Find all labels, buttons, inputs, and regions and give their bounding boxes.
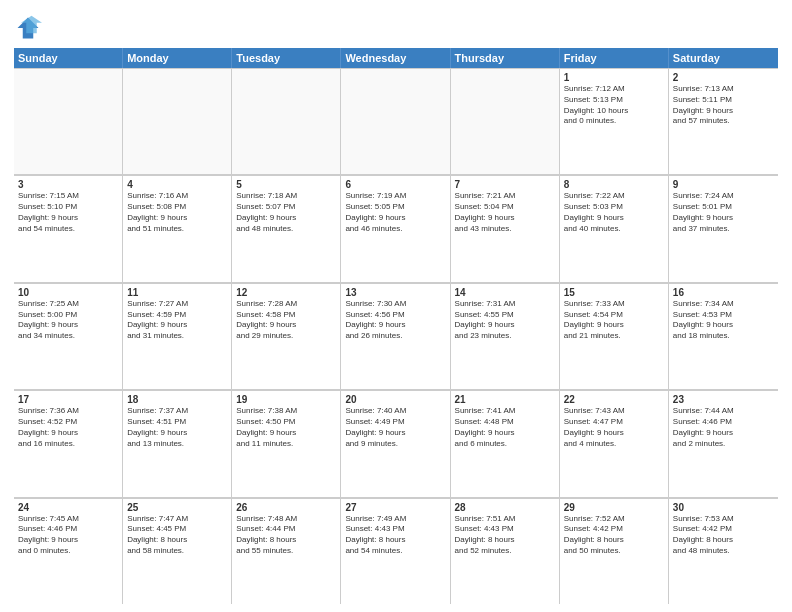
calendar: SundayMondayTuesdayWednesdayThursdayFrid… [14, 48, 778, 604]
calendar-cell: 2Sunrise: 7:13 AMSunset: 5:11 PMDaylight… [669, 68, 778, 174]
calendar-row-3: 17Sunrise: 7:36 AMSunset: 4:52 PMDayligh… [14, 390, 778, 497]
cell-info: Sunrise: 7:15 AMSunset: 5:10 PMDaylight:… [18, 191, 118, 234]
weekday-header-wednesday: Wednesday [341, 48, 450, 68]
cell-info: Sunrise: 7:27 AMSunset: 4:59 PMDaylight:… [127, 299, 227, 342]
cell-info: Sunrise: 7:12 AMSunset: 5:13 PMDaylight:… [564, 84, 664, 127]
calendar-cell [232, 68, 341, 174]
calendar-cell [14, 68, 123, 174]
cell-info: Sunrise: 7:13 AMSunset: 5:11 PMDaylight:… [673, 84, 774, 127]
calendar-cell: 15Sunrise: 7:33 AMSunset: 4:54 PMDayligh… [560, 283, 669, 389]
calendar-cell: 7Sunrise: 7:21 AMSunset: 5:04 PMDaylight… [451, 175, 560, 281]
calendar-cell: 4Sunrise: 7:16 AMSunset: 5:08 PMDaylight… [123, 175, 232, 281]
cell-info: Sunrise: 7:51 AMSunset: 4:43 PMDaylight:… [455, 514, 555, 557]
day-number: 29 [564, 502, 664, 513]
calendar-cell: 17Sunrise: 7:36 AMSunset: 4:52 PMDayligh… [14, 390, 123, 496]
day-number: 7 [455, 179, 555, 190]
day-number: 14 [455, 287, 555, 298]
weekday-header-saturday: Saturday [669, 48, 778, 68]
day-number: 30 [673, 502, 774, 513]
cell-info: Sunrise: 7:28 AMSunset: 4:58 PMDaylight:… [236, 299, 336, 342]
calendar-row-2: 10Sunrise: 7:25 AMSunset: 5:00 PMDayligh… [14, 283, 778, 390]
day-number: 8 [564, 179, 664, 190]
calendar-cell: 14Sunrise: 7:31 AMSunset: 4:55 PMDayligh… [451, 283, 560, 389]
day-number: 21 [455, 394, 555, 405]
cell-info: Sunrise: 7:33 AMSunset: 4:54 PMDaylight:… [564, 299, 664, 342]
calendar-cell: 25Sunrise: 7:47 AMSunset: 4:45 PMDayligh… [123, 498, 232, 604]
cell-info: Sunrise: 7:40 AMSunset: 4:49 PMDaylight:… [345, 406, 445, 449]
calendar-cell: 24Sunrise: 7:45 AMSunset: 4:46 PMDayligh… [14, 498, 123, 604]
calendar-cell: 1Sunrise: 7:12 AMSunset: 5:13 PMDaylight… [560, 68, 669, 174]
cell-info: Sunrise: 7:44 AMSunset: 4:46 PMDaylight:… [673, 406, 774, 449]
calendar-cell: 29Sunrise: 7:52 AMSunset: 4:42 PMDayligh… [560, 498, 669, 604]
calendar-cell: 27Sunrise: 7:49 AMSunset: 4:43 PMDayligh… [341, 498, 450, 604]
calendar-cell: 20Sunrise: 7:40 AMSunset: 4:49 PMDayligh… [341, 390, 450, 496]
logo [14, 14, 44, 42]
calendar-body: 1Sunrise: 7:12 AMSunset: 5:13 PMDaylight… [14, 68, 778, 604]
day-number: 18 [127, 394, 227, 405]
calendar-cell: 13Sunrise: 7:30 AMSunset: 4:56 PMDayligh… [341, 283, 450, 389]
day-number: 15 [564, 287, 664, 298]
day-number: 28 [455, 502, 555, 513]
weekday-header-monday: Monday [123, 48, 232, 68]
calendar-cell: 30Sunrise: 7:53 AMSunset: 4:42 PMDayligh… [669, 498, 778, 604]
cell-info: Sunrise: 7:52 AMSunset: 4:42 PMDaylight:… [564, 514, 664, 557]
cell-info: Sunrise: 7:21 AMSunset: 5:04 PMDaylight:… [455, 191, 555, 234]
day-number: 9 [673, 179, 774, 190]
day-number: 4 [127, 179, 227, 190]
logo-icon [14, 14, 42, 42]
calendar-cell: 23Sunrise: 7:44 AMSunset: 4:46 PMDayligh… [669, 390, 778, 496]
calendar-cell [341, 68, 450, 174]
calendar-header: SundayMondayTuesdayWednesdayThursdayFrid… [14, 48, 778, 68]
calendar-cell: 22Sunrise: 7:43 AMSunset: 4:47 PMDayligh… [560, 390, 669, 496]
header [14, 10, 778, 42]
weekday-header-thursday: Thursday [451, 48, 560, 68]
calendar-cell: 5Sunrise: 7:18 AMSunset: 5:07 PMDaylight… [232, 175, 341, 281]
weekday-header-sunday: Sunday [14, 48, 123, 68]
calendar-cell: 11Sunrise: 7:27 AMSunset: 4:59 PMDayligh… [123, 283, 232, 389]
cell-info: Sunrise: 7:38 AMSunset: 4:50 PMDaylight:… [236, 406, 336, 449]
cell-info: Sunrise: 7:43 AMSunset: 4:47 PMDaylight:… [564, 406, 664, 449]
day-number: 11 [127, 287, 227, 298]
calendar-cell: 12Sunrise: 7:28 AMSunset: 4:58 PMDayligh… [232, 283, 341, 389]
day-number: 19 [236, 394, 336, 405]
day-number: 6 [345, 179, 445, 190]
calendar-cell [123, 68, 232, 174]
calendar-cell: 8Sunrise: 7:22 AMSunset: 5:03 PMDaylight… [560, 175, 669, 281]
cell-info: Sunrise: 7:36 AMSunset: 4:52 PMDaylight:… [18, 406, 118, 449]
day-number: 23 [673, 394, 774, 405]
cell-info: Sunrise: 7:30 AMSunset: 4:56 PMDaylight:… [345, 299, 445, 342]
calendar-row-4: 24Sunrise: 7:45 AMSunset: 4:46 PMDayligh… [14, 498, 778, 604]
day-number: 5 [236, 179, 336, 190]
day-number: 26 [236, 502, 336, 513]
day-number: 24 [18, 502, 118, 513]
day-number: 16 [673, 287, 774, 298]
cell-info: Sunrise: 7:37 AMSunset: 4:51 PMDaylight:… [127, 406, 227, 449]
weekday-header-friday: Friday [560, 48, 669, 68]
cell-info: Sunrise: 7:47 AMSunset: 4:45 PMDaylight:… [127, 514, 227, 557]
calendar-cell: 26Sunrise: 7:48 AMSunset: 4:44 PMDayligh… [232, 498, 341, 604]
day-number: 27 [345, 502, 445, 513]
calendar-cell: 16Sunrise: 7:34 AMSunset: 4:53 PMDayligh… [669, 283, 778, 389]
calendar-cell: 19Sunrise: 7:38 AMSunset: 4:50 PMDayligh… [232, 390, 341, 496]
cell-info: Sunrise: 7:18 AMSunset: 5:07 PMDaylight:… [236, 191, 336, 234]
day-number: 3 [18, 179, 118, 190]
calendar-cell [451, 68, 560, 174]
day-number: 1 [564, 72, 664, 83]
calendar-cell: 9Sunrise: 7:24 AMSunset: 5:01 PMDaylight… [669, 175, 778, 281]
calendar-cell: 21Sunrise: 7:41 AMSunset: 4:48 PMDayligh… [451, 390, 560, 496]
cell-info: Sunrise: 7:22 AMSunset: 5:03 PMDaylight:… [564, 191, 664, 234]
cell-info: Sunrise: 7:25 AMSunset: 5:00 PMDaylight:… [18, 299, 118, 342]
day-number: 17 [18, 394, 118, 405]
cell-info: Sunrise: 7:41 AMSunset: 4:48 PMDaylight:… [455, 406, 555, 449]
calendar-cell: 6Sunrise: 7:19 AMSunset: 5:05 PMDaylight… [341, 175, 450, 281]
day-number: 22 [564, 394, 664, 405]
day-number: 25 [127, 502, 227, 513]
page: SundayMondayTuesdayWednesdayThursdayFrid… [0, 0, 792, 612]
day-number: 20 [345, 394, 445, 405]
calendar-row-0: 1Sunrise: 7:12 AMSunset: 5:13 PMDaylight… [14, 68, 778, 175]
cell-info: Sunrise: 7:49 AMSunset: 4:43 PMDaylight:… [345, 514, 445, 557]
day-number: 13 [345, 287, 445, 298]
calendar-row-1: 3Sunrise: 7:15 AMSunset: 5:10 PMDaylight… [14, 175, 778, 282]
day-number: 12 [236, 287, 336, 298]
calendar-cell: 10Sunrise: 7:25 AMSunset: 5:00 PMDayligh… [14, 283, 123, 389]
